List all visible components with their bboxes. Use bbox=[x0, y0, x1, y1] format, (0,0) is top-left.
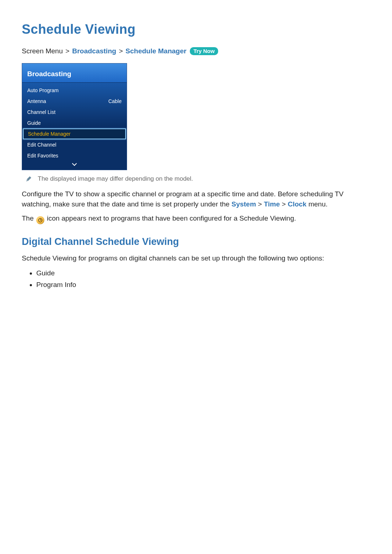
menu-item-label: Channel List bbox=[27, 109, 56, 115]
link-time: Time bbox=[264, 200, 280, 208]
clock-icon bbox=[36, 215, 44, 225]
note-text: The displayed image may differ depending… bbox=[38, 175, 193, 182]
menu-header: Broadcasting bbox=[22, 63, 127, 83]
try-now-badge[interactable]: Try Now bbox=[190, 47, 218, 55]
breadcrumb-broadcasting: Broadcasting bbox=[72, 47, 116, 55]
pencil-icon bbox=[25, 176, 32, 182]
chevron-down-icon bbox=[72, 162, 77, 168]
menu-body: Auto Program Antenna Cable Channel List … bbox=[22, 83, 127, 170]
breadcrumb-sep-2: > bbox=[119, 47, 123, 55]
menu-item-auto-program[interactable]: Auto Program bbox=[22, 85, 127, 96]
note-row: The displayed image may differ depending… bbox=[25, 175, 370, 182]
menu-item-label: Antenna bbox=[27, 98, 46, 104]
menu-item-edit-favorites[interactable]: Edit Favorites bbox=[22, 150, 127, 161]
para1-b: menu. bbox=[306, 200, 327, 208]
section-digital-channel: Digital Channel Schedule Viewing bbox=[22, 236, 370, 247]
broadcasting-menu-panel: Broadcasting Auto Program Antenna Cable … bbox=[22, 63, 127, 170]
menu-item-label: Guide bbox=[27, 120, 41, 126]
menu-item-value: Cable bbox=[108, 98, 122, 104]
paragraph-digital: Schedule Viewing for programs on digital… bbox=[22, 253, 370, 263]
menu-scroll-down[interactable] bbox=[22, 161, 127, 170]
link-system: System bbox=[232, 200, 256, 208]
menu-item-guide[interactable]: Guide bbox=[22, 118, 127, 128]
menu-item-label: Edit Channel bbox=[27, 142, 56, 148]
menu-item-label: Edit Favorites bbox=[27, 153, 58, 159]
breadcrumb-sep-1: > bbox=[65, 47, 69, 55]
para2-a: The bbox=[22, 214, 36, 222]
list-item: Program Info bbox=[36, 279, 370, 291]
sep: > bbox=[282, 200, 286, 208]
menu-item-channel-list[interactable]: Channel List bbox=[22, 107, 127, 118]
breadcrumb: Screen Menu > Broadcasting > Schedule Ma… bbox=[22, 47, 370, 55]
menu-item-schedule-manager[interactable]: Schedule Manager bbox=[23, 128, 126, 139]
list-item: Guide bbox=[36, 267, 370, 279]
sep: > bbox=[258, 200, 262, 208]
breadcrumb-schedule-manager: Schedule Manager bbox=[126, 47, 187, 55]
page: Schedule Viewing Screen Menu > Broadcast… bbox=[0, 0, 392, 291]
link-clock: Clock bbox=[288, 200, 307, 208]
breadcrumb-prefix: Screen Menu bbox=[22, 47, 63, 55]
paragraph-icon: The icon appears next to programs that h… bbox=[22, 213, 370, 225]
menu-item-antenna[interactable]: Antenna Cable bbox=[22, 96, 127, 107]
para2-b: icon appears next to programs that have … bbox=[45, 214, 296, 222]
options-list: Guide Program Info bbox=[22, 267, 370, 291]
menu-item-label: Schedule Manager bbox=[28, 131, 71, 137]
menu-item-label: Auto Program bbox=[27, 87, 58, 93]
paragraph-configure: Configure the TV to show a specific chan… bbox=[22, 189, 370, 209]
menu-item-edit-channel[interactable]: Edit Channel bbox=[22, 139, 127, 150]
page-title: Schedule Viewing bbox=[22, 22, 370, 37]
